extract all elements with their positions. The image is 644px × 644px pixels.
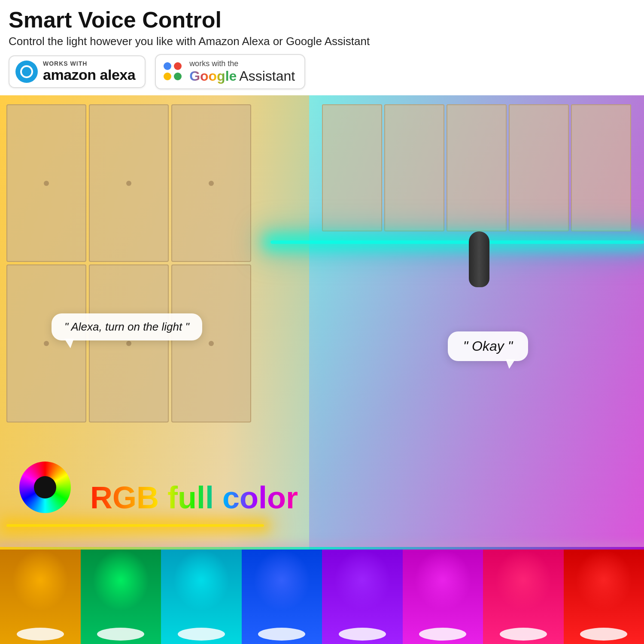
alexa-icon [15, 61, 38, 83]
alexa-speech-bubble: " Alexa, turn on the light " [52, 313, 202, 340]
led-strip-teal [270, 240, 644, 244]
rgb-label: RGB full color [90, 482, 298, 513]
badges-row: WORKS WITH amazon alexa works with the [9, 54, 635, 89]
light-circle-purple [339, 628, 386, 641]
kitchen-section: " Alexa, turn on the light " " Okay " RG… [0, 95, 644, 550]
google-dot-red [174, 62, 182, 70]
cabinet-panel [89, 104, 169, 262]
google-assistant-label: Assistant [239, 68, 295, 84]
header-subtitle: Control the light however you like with … [9, 35, 635, 48]
google-dot-yellow [164, 73, 171, 80]
upper-panel [509, 104, 569, 231]
google-name-row: Google Assistant [189, 68, 295, 84]
light-circle-orange [17, 628, 64, 641]
alexa-works-label: WORKS WITH [43, 61, 135, 67]
light-circle-green [97, 628, 144, 641]
color-strip-section [0, 550, 644, 644]
page-title: Smart Voice Control [9, 8, 635, 32]
google-brand-name: Google [189, 68, 237, 84]
color-panel-red [564, 550, 644, 644]
color-panel-magenta [403, 550, 483, 644]
google-badge: works with the Google Assistant [155, 54, 305, 89]
light-circle-magenta [419, 628, 466, 641]
header-section: Smart Voice Control Control the light ho… [0, 0, 644, 95]
cabinet-panel [6, 264, 86, 422]
upper-panel [384, 104, 444, 231]
cabinet-panel [6, 104, 86, 262]
light-circle-blue [258, 628, 305, 641]
cabinet-grid-left [6, 104, 251, 422]
alexa-text: WORKS WITH amazon alexa [43, 61, 135, 83]
cabinet-panel [171, 104, 251, 262]
google-dots [164, 62, 182, 81]
color-panel-blue [242, 550, 322, 644]
google-works-label: works with the [189, 59, 295, 68]
light-circle-cyan [178, 628, 225, 641]
google-assistant-icon [162, 61, 184, 83]
upper-panel [571, 104, 631, 231]
color-wheel-icon [19, 462, 71, 513]
echo-speaker [469, 231, 489, 287]
alexa-name: amazon alexa [43, 67, 135, 83]
color-panel-cyan [161, 550, 242, 644]
cabinet-panel [89, 264, 169, 422]
led-strip-yellow [6, 524, 264, 527]
okay-speech-bubble: " Okay " [448, 331, 528, 361]
light-circle-pink [500, 628, 547, 641]
color-wheel-container [19, 462, 71, 513]
upper-panel [447, 104, 507, 231]
google-text: works with the Google Assistant [189, 59, 295, 84]
light-circle-red [580, 628, 627, 641]
google-dot-green [174, 73, 182, 80]
color-panel-green [81, 550, 161, 644]
color-panel-purple [322, 550, 403, 644]
upper-panel [322, 104, 382, 231]
color-panel-orange [0, 550, 81, 644]
cabinet-panel [171, 264, 251, 422]
main-container: Smart Voice Control Control the light ho… [0, 0, 644, 644]
cabinet-grid-right [322, 104, 631, 231]
alexa-badge: WORKS WITH amazon alexa [9, 55, 146, 88]
google-dot-blue [164, 62, 171, 70]
color-panel-pink [483, 550, 564, 644]
